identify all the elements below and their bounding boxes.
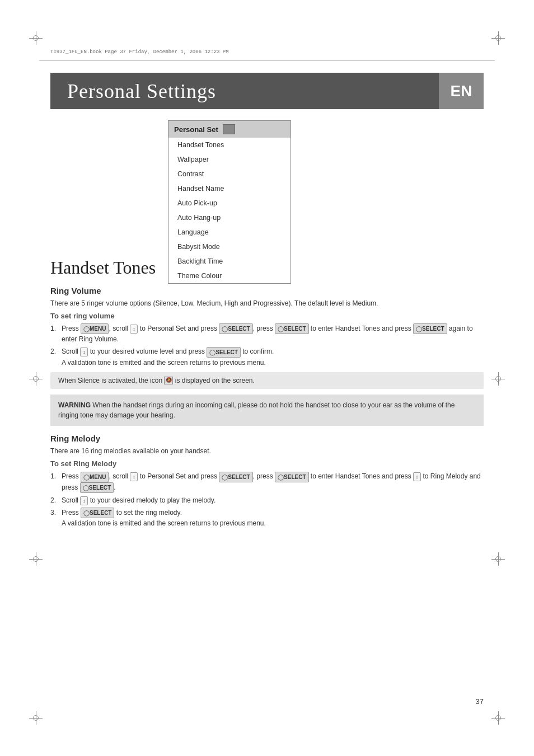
select-button-8: ◯SELECT bbox=[81, 508, 114, 518]
menu-item-handset-tones[interactable]: Handset Tones bbox=[168, 138, 291, 152]
ring-volume-steps: 1. Press ◯MENU, scroll ↕ to Personal Set… bbox=[50, 323, 484, 368]
ring-volume-subtitle: Ring Volume bbox=[50, 286, 484, 295]
select-button-4: ◯SELECT bbox=[207, 347, 240, 358]
ring-melody-step-1: 1. Press ◯MENU, scroll ↕ to Personal Set… bbox=[50, 471, 484, 493]
page-number: 37 bbox=[476, 697, 484, 706]
top-divider bbox=[39, 60, 495, 61]
print-info: TI937_1FU_EN.book Page 37 Friday, Decemb… bbox=[50, 49, 229, 55]
menu-button: ◯MENU bbox=[81, 323, 109, 334]
select-button-3: ◯SELECT bbox=[413, 323, 447, 334]
menu-icon bbox=[223, 124, 235, 134]
ring-melody-body: There are 16 ring melodies available on … bbox=[50, 446, 484, 456]
ring-melody-step-header: To set Ring Melody bbox=[50, 459, 484, 468]
scroll-icon-2: ↕ bbox=[80, 348, 88, 356]
ring-volume-step-header: To set ring volume bbox=[50, 312, 484, 320]
scroll-icon-3: ↕ bbox=[130, 472, 138, 481]
scroll-icon-5: ↕ bbox=[80, 496, 88, 505]
select-button-7: ◯SELECT bbox=[80, 482, 114, 493]
menu-item-babysit-mode[interactable]: Babysit Mode bbox=[168, 240, 291, 254]
menu-button-2: ◯MENU bbox=[81, 472, 109, 482]
ring-melody-steps: 1. Press ◯MENU, scroll ↕ to Personal Set… bbox=[50, 471, 484, 528]
ring-melody-step-3: 3. Press ◯SELECT to set the ring melody.… bbox=[50, 508, 484, 528]
select-button-6: ◯SELECT bbox=[275, 472, 308, 482]
ring-volume-step-2: 2. Scroll ↕ to your desired volume level… bbox=[50, 346, 484, 367]
main-content: Handset Tones Ring Volume There are 5 ri… bbox=[50, 257, 484, 533]
ring-volume-body: There are 5 ringer volume options (Silen… bbox=[50, 298, 484, 308]
menu-item-auto-pickup[interactable]: Auto Pick-up bbox=[168, 196, 291, 210]
scroll-icon-4: ↕ bbox=[413, 472, 421, 481]
ring-melody-step-2: 2. Scroll ↕ to your desired melody to pl… bbox=[50, 495, 484, 505]
scroll-icon-1: ↕ bbox=[130, 325, 138, 334]
ring-volume-warning: WARNING When the handset rings during an… bbox=[50, 395, 484, 426]
menu-item-wallpaper[interactable]: Wallpaper bbox=[168, 152, 291, 167]
ring-volume-step-1: 1. Press ◯MENU, scroll ↕ to Personal Set… bbox=[50, 323, 484, 344]
select-button-1: ◯SELECT bbox=[219, 323, 252, 334]
page-title-banner: Personal Settings EN bbox=[50, 73, 484, 109]
menu-header: Personal Set bbox=[168, 121, 291, 138]
menu-item-contrast[interactable]: Contrast bbox=[168, 167, 291, 181]
menu-item-language[interactable]: Language bbox=[168, 225, 291, 240]
handset-tones-title: Handset Tones bbox=[50, 257, 484, 278]
ring-melody-subtitle: Ring Melody bbox=[50, 434, 484, 443]
menu-item-handset-name[interactable]: Handset Name bbox=[168, 181, 291, 196]
page-title: Personal Settings bbox=[50, 79, 216, 103]
select-button-5: ◯SELECT bbox=[219, 472, 252, 482]
ring-volume-note: When Silence is activated, the icon 🔕 is… bbox=[50, 372, 484, 389]
menu-item-auto-hangup[interactable]: Auto Hang-up bbox=[168, 210, 291, 225]
select-button-2: ◯SELECT bbox=[275, 323, 308, 334]
lang-badge: EN bbox=[439, 73, 484, 109]
